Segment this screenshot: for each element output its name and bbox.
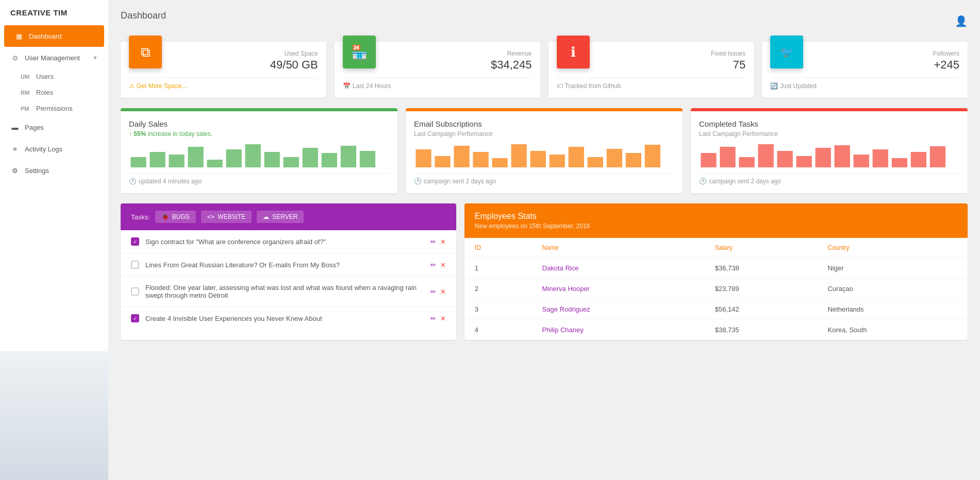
stat-cards-row: ⧉ Used Space 49/50 GB ⚠ Get More Space..… <box>121 42 968 98</box>
employee-name[interactable]: Philip Chaney <box>532 320 705 340</box>
svg-rect-18 <box>511 144 527 167</box>
svg-rect-34 <box>854 155 869 167</box>
roles-abbr: RM <box>21 90 32 96</box>
employees-header: Employees Stats New employees on 15th Se… <box>464 203 968 238</box>
task-1-checkbox[interactable] <box>131 237 139 246</box>
table-row: 4 Philip Chaney $38,735 Korea, South <box>464 320 968 340</box>
task-4-text[interactable]: Create 4 Invisible User Experiences you … <box>145 315 424 322</box>
used-space-icon-box: ⧉ <box>129 36 162 68</box>
employee-name[interactable]: Sage Rodriguez <box>532 299 705 320</box>
tasks-tab-website[interactable]: <> WEBSITE <box>201 211 252 223</box>
dashboard-icon: ▦ <box>14 31 24 41</box>
table-row: 2 Minerva Hooper $23,789 Curaçao <box>464 279 968 299</box>
employee-id: 1 <box>464 258 532 279</box>
task-2-edit-icon[interactable]: ✏ <box>430 261 436 269</box>
sidebar-item-dashboard[interactable]: ▦ Dashboard <box>4 25 104 47</box>
svg-rect-4 <box>207 160 223 167</box>
revenue-footer-text: Last 24 Hours <box>353 82 391 90</box>
email-subscriptions-title: Email Subscriptions <box>414 119 674 128</box>
users-abbr: UM <box>21 74 32 80</box>
sidebar-item-permissions[interactable]: PM Permissions <box>0 100 108 116</box>
svg-rect-6 <box>245 144 261 167</box>
activity-logs-icon: ≡ <box>10 144 20 153</box>
task-2-text[interactable]: Lines From Great Russian Literature? Or … <box>145 261 424 269</box>
email-subscriptions-chart <box>414 142 674 167</box>
fixed-issues-footer-text: Tracked from Github <box>565 82 621 90</box>
clock-icon: 🕐 <box>129 178 137 185</box>
task-2-actions: ✏ ✕ <box>430 261 446 269</box>
task-1-delete-icon[interactable]: ✕ <box>440 238 446 246</box>
svg-rect-22 <box>588 157 603 167</box>
chevron-down-icon: ▼ <box>92 55 98 61</box>
tasks-header: Tasks: 🐞 BUGS <> WEBSITE ☁ SERVER <box>121 203 456 230</box>
employee-name[interactable]: Dakota Rice <box>532 258 705 279</box>
sidebar-item-user-management[interactable]: ⊙ User Management ▼ <box>0 47 108 68</box>
sidebar-item-roles[interactable]: RM Roles <box>0 84 108 100</box>
employee-id: 2 <box>464 279 532 299</box>
fixed-issues-icon-box: ℹ <box>557 36 590 68</box>
task-4-checkbox[interactable] <box>131 314 139 322</box>
task-1-text[interactable]: Sign contract for "What are conference o… <box>145 238 424 246</box>
svg-rect-33 <box>835 145 850 167</box>
svg-rect-5 <box>226 149 242 167</box>
svg-rect-35 <box>873 149 888 167</box>
completed-tasks-chart <box>699 142 959 167</box>
task-2-checkbox[interactable] <box>131 261 139 269</box>
daily-sales-footer: 🕐 updated 4 minutes ago <box>129 173 389 185</box>
tasks-tab-server[interactable]: ☁ SERVER <box>257 211 304 223</box>
employee-salary: $56,142 <box>705 299 818 320</box>
stat-card-used-space: ⧉ Used Space 49/50 GB ⚠ Get More Space..… <box>121 42 326 98</box>
followers-label: Followers <box>933 50 959 57</box>
task-3-checkbox[interactable] <box>131 287 139 296</box>
sidebar-background <box>0 351 108 480</box>
used-space-footer-text[interactable]: Get More Space... <box>137 82 187 90</box>
svg-rect-15 <box>454 146 469 167</box>
email-subscriptions-subtitle: Last Campaign Performance <box>414 130 674 138</box>
warning-icon: ⚠ <box>129 82 135 90</box>
daily-sales-footer-text: updated 4 minutes ago <box>139 178 202 185</box>
svg-rect-12 <box>360 151 375 167</box>
svg-rect-26 <box>701 153 716 167</box>
user-management-icon: ⊙ <box>10 53 20 62</box>
employee-country: Korea, South <box>817 320 968 340</box>
col-header-salary: Salary <box>705 238 818 258</box>
svg-rect-1 <box>150 152 165 167</box>
svg-rect-0 <box>130 157 146 167</box>
task-4-edit-icon[interactable]: ✏ <box>430 315 436 322</box>
sidebar-item-settings[interactable]: ⚙ Settings <box>0 160 108 181</box>
task-3-edit-icon[interactable]: ✏ <box>430 288 436 296</box>
task-item-1: Sign contract for "What are conference o… <box>121 230 456 253</box>
used-space-footer: ⚠ Get More Space... <box>129 78 318 90</box>
sidebar-item-activity-logs[interactable]: ≡ Activity Logs <box>0 138 108 160</box>
task-3-text[interactable]: Flooded: One year later, assessing what … <box>145 284 424 299</box>
svg-rect-19 <box>530 151 546 167</box>
task-3-delete-icon[interactable]: ✕ <box>440 288 446 296</box>
info-icon: ℹ <box>571 44 576 60</box>
completed-tasks-footer-text: campaign sent 2 days ago <box>709 178 781 185</box>
svg-rect-10 <box>322 153 337 167</box>
permissions-abbr: PM <box>21 106 32 112</box>
daily-sales-subtitle: ↑ 55% increase in today sales. <box>129 130 389 138</box>
tasks-tab-bugs[interactable]: 🐞 BUGS <box>155 211 196 223</box>
user-icon[interactable]: 👤 <box>955 15 968 27</box>
stat-card-followers: 🐦 Followers +245 🔄 Just Updated <box>762 42 968 98</box>
task-4-delete-icon[interactable]: ✕ <box>440 315 446 322</box>
svg-rect-36 <box>892 158 907 167</box>
completed-tasks-subtitle: Last Campaign Performance <box>699 130 959 138</box>
sidebar-item-users[interactable]: UM Users <box>0 68 108 84</box>
sidebar-item-label: Pages <box>25 124 98 131</box>
tag-icon: 🏷 <box>557 82 563 90</box>
website-icon: <> <box>207 213 214 220</box>
completed-tasks-footer: 🕐 campaign sent 2 days ago <box>699 173 959 185</box>
svg-rect-24 <box>626 153 641 167</box>
employee-name[interactable]: Minerva Hooper <box>532 279 705 299</box>
sidebar-item-label: Users <box>36 73 54 80</box>
task-1-edit-icon[interactable]: ✏ <box>430 238 436 246</box>
sidebar-item-pages[interactable]: ▬ Pages <box>0 116 108 138</box>
calendar-icon: 📅 <box>343 82 351 90</box>
refresh-icon: 🔄 <box>770 82 778 90</box>
task-2-delete-icon[interactable]: ✕ <box>440 261 446 269</box>
svg-rect-2 <box>169 155 184 167</box>
employees-subtitle: New employees on 15th September, 2016 <box>475 222 957 230</box>
svg-rect-31 <box>796 156 812 167</box>
